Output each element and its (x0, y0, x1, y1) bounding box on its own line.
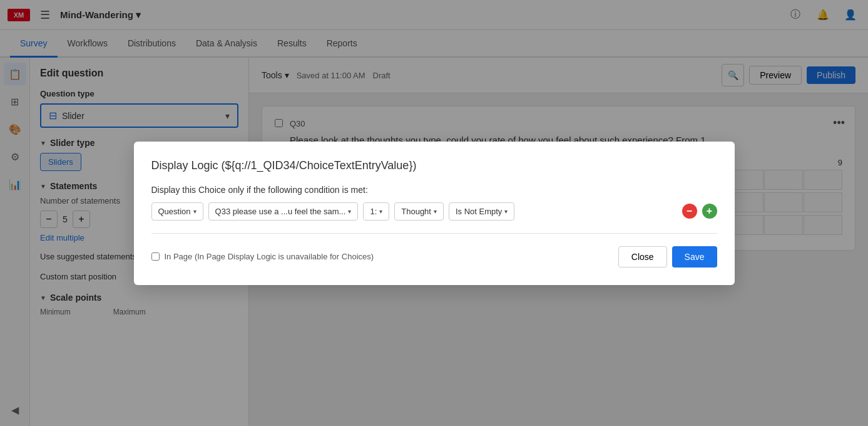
condition-question-label: Q33 please use a ...u feel the sam... (215, 207, 346, 216)
modal-footer-buttons: Close Save (618, 246, 717, 268)
condition-number-select[interactable]: 1: ▾ (363, 202, 389, 221)
modal-description: Display this Choice only if the followin… (151, 185, 717, 195)
condition-number-label: 1: (370, 207, 377, 216)
in-page-checkbox[interactable] (151, 252, 160, 261)
condition-question-select[interactable]: Q33 please use a ...u feel the sam... ▾ (208, 202, 359, 221)
condition-operator-label: Is Not Empty (456, 207, 502, 216)
in-page-label: In Page (In Page Display Logic is unavai… (165, 252, 374, 261)
display-logic-modal: Display Logic (${q://1_QID34/ChoiceTextE… (134, 142, 735, 285)
save-button[interactable]: Save (672, 246, 717, 268)
condition-type-label: Question (158, 207, 191, 216)
modal-footer: In Page (In Page Display Logic is unavai… (151, 246, 717, 268)
condition-operator-select[interactable]: Is Not Empty ▾ (449, 202, 514, 221)
chevron-down-icon: ▾ (348, 208, 351, 215)
condition-actions: − + (682, 204, 717, 219)
condition-type-select[interactable]: Question ▾ (151, 202, 203, 221)
add-condition-button[interactable]: + (702, 204, 717, 219)
chevron-down-icon: ▾ (504, 208, 508, 215)
modal-divider (151, 233, 717, 234)
chevron-down-icon: ▾ (434, 208, 437, 215)
remove-condition-button[interactable]: − (682, 204, 697, 219)
chevron-down-icon: ▾ (379, 208, 382, 215)
modal-overlay: Display Logic (${q://1_QID34/ChoiceTextE… (0, 0, 868, 426)
condition-field-label: Thought (401, 207, 431, 216)
in-page-check: In Page (In Page Display Logic is unavai… (151, 252, 374, 261)
chevron-down-icon: ▾ (193, 208, 197, 215)
modal-title: Display Logic (${q://1_QID34/ChoiceTextE… (151, 159, 717, 172)
condition-row: Question ▾ Q33 please use a ...u feel th… (151, 202, 717, 221)
condition-field-select[interactable]: Thought ▾ (394, 202, 444, 221)
close-button[interactable]: Close (618, 246, 667, 268)
